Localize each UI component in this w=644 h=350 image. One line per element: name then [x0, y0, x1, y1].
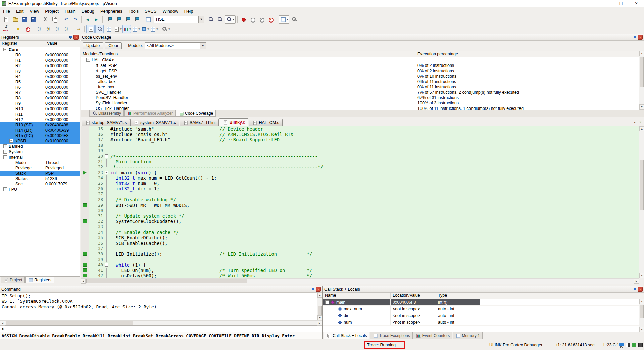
callstack-row[interactable]: −main0x004006F8int f()	[323, 299, 639, 306]
chevron-down-icon[interactable]: ▾	[233, 18, 234, 21]
tab-performance-analyzer[interactable]: Performance Analyzer	[124, 110, 176, 117]
kill-breakpoints-icon[interactable]	[257, 15, 266, 24]
system-viewer-icon[interactable]: ▾	[141, 25, 149, 33]
coverage-row[interactable]: rt_set_PSP0% of 2 instructions	[81, 63, 639, 68]
update-button[interactable]: Update	[83, 42, 103, 49]
command-vertical-scrollbar[interactable]: ▲▼	[317, 293, 322, 320]
chevron-down-icon[interactable]: ▼	[198, 16, 204, 23]
maximize-button[interactable]: □	[613, 0, 629, 7]
register-row[interactable]: −Core	[0, 47, 80, 52]
code-line[interactable]: 40− while (1) {	[81, 262, 639, 268]
code-line[interactable]: 27	[81, 191, 639, 197]
code-line[interactable]: 16#include "cmsis_os.h" // ARM::CMSIS:RT…	[81, 132, 639, 137]
code-line[interactable]: 17#include "Board_LED.h" // ::Board Supp…	[81, 137, 639, 142]
code-line[interactable]: 36 SCB_EnableICache();	[81, 240, 639, 246]
register-row[interactable]: +System	[0, 149, 80, 155]
save-all-icon[interactable]	[29, 15, 37, 24]
tab-startup-samv71-s[interactable]: startup_SAMV71.s	[82, 119, 130, 126]
fold-collapse-icon[interactable]: −	[105, 171, 108, 174]
scroll-up-button[interactable]: ▲	[317, 293, 322, 298]
code-line[interactable]: 38 LED_Initialize(); /* LED Initializati…	[81, 251, 639, 257]
menu-window[interactable]: Window	[159, 8, 181, 14]
scroll-left-button[interactable]: ◄	[0, 321, 5, 326]
chevron-down-icon[interactable]: ▾	[147, 27, 149, 31]
register-row[interactable]: ModeThread	[0, 160, 80, 165]
tab-project[interactable]: Project	[1, 277, 25, 283]
register-row[interactable]: R80x00000000	[0, 95, 80, 101]
register-row[interactable]: R60x00000000	[0, 85, 80, 90]
new-file-icon[interactable]	[2, 15, 10, 24]
run-icon[interactable]	[14, 25, 22, 33]
menu-file[interactable]: File	[0, 8, 13, 14]
command-keyword-bar[interactable]: ASSIGN BreakDisable BreakEnable BreakKil…	[0, 332, 322, 339]
coverage-row[interactable]: SVC_Handler7% of 57 instructions, 2 cond…	[81, 90, 639, 95]
menu-view[interactable]: View	[27, 8, 42, 14]
coverage-mark-icon[interactable]	[83, 274, 87, 277]
redo-icon[interactable]: ↷	[71, 15, 80, 24]
coverage-row[interactable]: _alloc_box0% of 11 instructions	[81, 79, 639, 84]
analysis-window-icon[interactable]: ▾	[122, 25, 131, 33]
tray-app-icon[interactable]	[637, 342, 643, 348]
tab-code-coverage[interactable]: Code Coverage	[176, 110, 216, 117]
collapse-icon[interactable]: −	[3, 48, 7, 51]
memory-window-icon[interactable]: ▾	[150, 25, 158, 33]
step-out-icon[interactable]: ↑	[53, 25, 61, 33]
callstack-scrollbar[interactable]: ▲▼	[639, 299, 644, 332]
register-row[interactable]: R10x00000000	[0, 58, 80, 63]
scroll-thumb[interactable]	[318, 306, 322, 315]
register-row[interactable]: R100x00000000	[0, 106, 80, 112]
chevron-down-icon[interactable]: ▼	[200, 43, 206, 49]
coverage-row[interactable]: OS_Tick_Handler100% of 11 instructions, …	[81, 106, 639, 110]
command-output[interactable]: TP_Setup();WS 1, `SystemCoreClock,0x0ACa…	[0, 293, 317, 320]
trace-window-icon[interactable]: ▾	[132, 25, 140, 33]
code-line[interactable]: 24 int32_t max_num = LED_GetCount() - 1;	[81, 175, 639, 181]
scroll-left-button[interactable]: ◄	[81, 279, 86, 284]
register-row[interactable]: R40x00000000	[0, 74, 80, 79]
register-row[interactable]: +xPSR0x01000000	[0, 138, 80, 144]
chevron-down-icon[interactable]: ▾	[287, 18, 288, 21]
find-icon[interactable]	[215, 15, 224, 24]
code-line[interactable]: 41 LED_On(num); /* Turn specified LED on…	[81, 268, 639, 273]
code-line[interactable]: 39	[81, 257, 639, 262]
coverage-mark-icon[interactable]	[83, 203, 87, 207]
scroll-up-button[interactable]: ▲	[639, 51, 644, 56]
scroll-up-button[interactable]: ▲	[639, 299, 644, 304]
reset-cpu-icon[interactable]	[2, 25, 10, 33]
coverage-row[interactable]: PendSV_Handler67% of 31 instructions	[81, 95, 639, 100]
column-divider[interactable]	[415, 51, 415, 57]
code-line[interactable]: 15#include "sam.h" // Device header	[81, 126, 639, 132]
register-row[interactable]: R110x00000000	[0, 112, 80, 117]
pin-icon[interactable]	[310, 287, 315, 292]
tray-network-icon[interactable]	[618, 342, 624, 348]
watch-window-icon[interactable]	[144, 15, 152, 24]
code-line[interactable]: 31 /* Update system clock */	[81, 213, 639, 219]
scroll-down-button[interactable]: ▼	[639, 104, 644, 110]
scroll-down-button[interactable]: ▼	[639, 327, 644, 332]
close-icon[interactable]: ×	[316, 287, 321, 292]
step-into-icon[interactable]: ↓	[35, 25, 43, 33]
register-row[interactable]: R13 (SP)0x20400498	[0, 122, 80, 128]
expand-icon[interactable]: +	[9, 139, 13, 143]
close-icon[interactable]: ×	[638, 35, 643, 40]
symbol-window-icon[interactable]	[104, 25, 113, 33]
tab-system-samv71-c[interactable]: system_SAMV71.c	[130, 119, 179, 126]
save-icon[interactable]	[20, 15, 28, 24]
code-line[interactable]: 29 WDT->WDT_MR = WDT_MR_WDDIS;	[81, 203, 639, 208]
disable-breakpoint-icon[interactable]	[248, 15, 257, 24]
scroll-down-button[interactable]: ▼	[639, 273, 644, 278]
scroll-thumb[interactable]	[86, 279, 247, 283]
tab-trace-exceptions[interactable]: Trace Exceptions	[370, 332, 412, 339]
tray-status-icon[interactable]	[631, 342, 637, 348]
code-line[interactable]: 19	[81, 148, 639, 154]
code-line[interactable]: 25 int32_t num = 0;	[81, 181, 639, 186]
register-row[interactable]: R20x00000000	[0, 63, 80, 69]
close-icon[interactable]: ×	[73, 35, 79, 40]
code-line[interactable]: 34 /* Enable data cache */	[81, 230, 639, 235]
menu-debug[interactable]: Debug	[79, 8, 97, 14]
register-row[interactable]: States51236	[0, 176, 80, 181]
coverage-row[interactable]: SysTick_Handler100% of 3 instructions	[81, 100, 639, 106]
coverage-row[interactable]: −HAL_CM4.c	[81, 57, 639, 63]
code-line[interactable]: 18	[81, 143, 639, 148]
callstack-tree[interactable]: −main0x004006F8int f()max_num<not in sco…	[323, 299, 639, 332]
editor-horizontal-scrollbar[interactable]: ◄►	[81, 278, 639, 284]
